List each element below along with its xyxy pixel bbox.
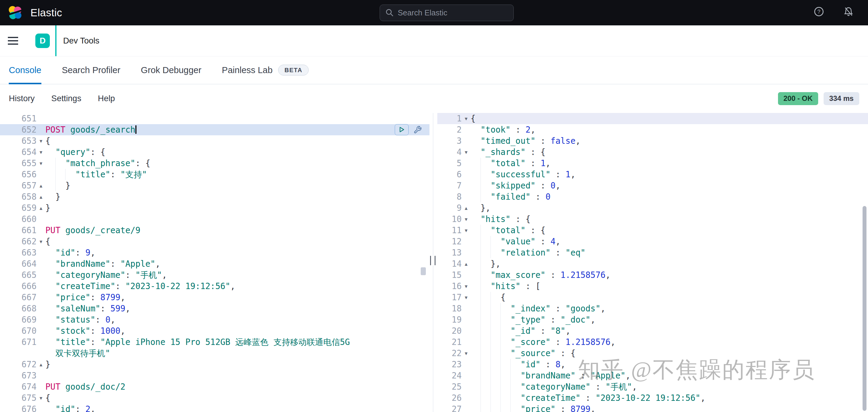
- code-line[interactable]: 668"saleNum": 599,: [0, 303, 430, 314]
- code-line[interactable]: 672▴}: [0, 359, 430, 370]
- code-line[interactable]: 676"id": 2,: [0, 404, 430, 412]
- code-line[interactable]: 14▴},: [437, 258, 868, 270]
- line-number: 18: [437, 303, 462, 314]
- code-line[interactable]: 12"value" : 4,: [437, 236, 868, 247]
- global-search-input[interactable]: Search Elastic: [380, 4, 514, 21]
- tab-search-profiler[interactable]: Search Profiler: [62, 57, 121, 84]
- code-line[interactable]: 26"createTime" : "2023-10-22 19:12:56",: [437, 392, 868, 404]
- menu-icon[interactable]: [8, 35, 19, 47]
- code-line[interactable]: 21"_score" : 1.2158576,: [437, 337, 868, 348]
- code-line[interactable]: 19"_type" : "_doc",: [437, 314, 868, 325]
- code-line[interactable]: 6"successful" : 1,: [437, 169, 868, 180]
- menu-history[interactable]: History: [9, 94, 35, 103]
- menu-settings[interactable]: Settings: [51, 94, 81, 103]
- code-line[interactable]: 665"categoryName": "手机",: [0, 270, 430, 281]
- fold-open-icon[interactable]: ▾: [462, 147, 470, 158]
- code-line[interactable]: 17▾{: [437, 292, 868, 303]
- code-line[interactable]: 3"timed_out" : false,: [437, 135, 868, 147]
- code-line[interactable]: 674PUT goods/_doc/2: [0, 381, 430, 392]
- code-line[interactable]: 669"status": 0,: [0, 314, 430, 325]
- fold-open-icon[interactable]: ▾: [462, 214, 470, 225]
- code-line[interactable]: 22▾"_source" : {: [437, 348, 868, 359]
- code-line[interactable]: 660: [0, 214, 430, 225]
- fold-open-icon[interactable]: ▾: [36, 147, 45, 158]
- code-line[interactable]: 653▾{: [0, 135, 430, 147]
- code-text: PUT goods/_doc/2: [45, 381, 430, 392]
- request-pane[interactable]: 651652POST goods/_search 653▾{654▾"query…: [0, 113, 430, 412]
- fold-open-icon[interactable]: ▾: [36, 236, 45, 247]
- code-line[interactable]: 27"price" : 8799,: [437, 404, 868, 412]
- code-line[interactable]: 9▴},: [437, 202, 868, 214]
- code-line[interactable]: 667"price": 8799,: [0, 292, 430, 303]
- fold-close-icon[interactable]: ▴: [36, 191, 45, 202]
- pane-divider[interactable]: [430, 113, 437, 412]
- code-line[interactable]: 657▴}: [0, 180, 430, 191]
- code-line[interactable]: 670"stock": 1000,: [0, 325, 430, 337]
- code-line[interactable]: 651: [0, 113, 430, 124]
- code-line[interactable]: 7"skipped" : 0,: [437, 180, 868, 191]
- fold-gutter: [36, 281, 45, 292]
- response-scrollbar-thumb[interactable]: [863, 206, 867, 411]
- response-pane[interactable]: 1▾{2"took" : 2,3"timed_out" : false,4▾"_…: [437, 113, 868, 412]
- code-line[interactable]: 675▾{: [0, 392, 430, 404]
- code-line[interactable]: 4▾"_shards" : {: [437, 147, 868, 158]
- breadcrumb[interactable]: Dev Tools: [63, 36, 99, 45]
- fold-open-icon[interactable]: ▾: [36, 135, 45, 147]
- request-scrollbar-thumb[interactable]: [421, 267, 426, 275]
- code-line[interactable]: 659▴}: [0, 202, 430, 214]
- tab-grok-debugger[interactable]: Grok Debugger: [141, 57, 201, 84]
- fold-close-icon[interactable]: ▴: [462, 258, 470, 270]
- code-line[interactable]: 20"_id" : "8",: [437, 325, 868, 337]
- code-line[interactable]: 18"_index" : "goods",: [437, 303, 868, 314]
- code-line[interactable]: 8"failed" : 0: [437, 191, 868, 202]
- code-line[interactable]: 2"took" : 2,: [437, 124, 868, 135]
- fold-gutter: [462, 314, 470, 325]
- code-line[interactable]: 13"relation" : "eq": [437, 247, 868, 258]
- code-line[interactable]: 656"title": "支持": [0, 169, 430, 180]
- code-line[interactable]: 666"createTime": "2023-10-22 19:12:56",: [0, 281, 430, 292]
- code-line[interactable]: 664"brandName": "Apple",: [0, 258, 430, 270]
- fold-open-icon[interactable]: ▾: [462, 292, 470, 303]
- tab-painless-lab[interactable]: Painless Lab BETA: [222, 57, 309, 84]
- fold-open-icon[interactable]: ▾: [462, 113, 470, 124]
- elastic-logo[interactable]: [8, 5, 23, 20]
- code-line[interactable]: 15"max_score" : 1.2158576,: [437, 270, 868, 281]
- fold-open-icon[interactable]: ▾: [462, 348, 470, 359]
- code-line[interactable]: 5"total" : 1,: [437, 158, 868, 169]
- code-line[interactable]: 661PUT goods/_create/9: [0, 225, 430, 236]
- alerts-icon[interactable]: [843, 6, 854, 19]
- code-line[interactable]: 652POST goods/_search: [0, 124, 430, 135]
- fold-open-icon[interactable]: ▾: [36, 392, 45, 404]
- code-line[interactable]: 11▾"total" : {: [437, 225, 868, 236]
- code-line[interactable]: 23"id" : 8,: [437, 359, 868, 370]
- fold-close-icon[interactable]: ▴: [36, 202, 45, 214]
- send-request-button[interactable]: [395, 124, 409, 135]
- code-line[interactable]: 658▴}: [0, 191, 430, 202]
- menu-help[interactable]: Help: [98, 94, 115, 103]
- request-options-button[interactable]: [413, 126, 422, 134]
- code-line[interactable]: 654▾"query": {: [0, 147, 430, 158]
- code-line[interactable]: 16▾"hits" : [: [437, 281, 868, 292]
- code-line[interactable]: 662▾{: [0, 236, 430, 247]
- code-line[interactable]: 25"categoryName" : "手机",: [437, 381, 868, 392]
- code-line[interactable]: 1▾{: [437, 113, 868, 124]
- code-line[interactable]: 671"title": "Apple iPhone 15 Pro 512GB 远…: [0, 337, 430, 348]
- fold-close-icon[interactable]: ▴: [462, 202, 470, 214]
- fold-close-icon[interactable]: ▴: [36, 359, 45, 370]
- tab-console[interactable]: Console: [9, 57, 41, 84]
- fold-close-icon[interactable]: ▴: [36, 180, 45, 191]
- fold-open-icon[interactable]: ▾: [36, 158, 45, 169]
- devtools-app-badge[interactable]: D: [35, 34, 50, 48]
- code-line[interactable]: 673: [0, 370, 430, 381]
- line-number: 2: [437, 124, 462, 135]
- fold-open-icon[interactable]: ▾: [462, 225, 470, 236]
- fold-open-icon[interactable]: ▾: [462, 281, 470, 292]
- code-line[interactable]: 663"id": 9,: [0, 247, 430, 258]
- code-line[interactable]: 双卡双待手机": [0, 348, 430, 359]
- code-line[interactable]: 24"brandName" : "Apple",: [437, 370, 868, 381]
- code-line[interactable]: 655▾"match_phrase": {: [0, 158, 430, 169]
- help-icon[interactable]: ?: [814, 6, 824, 19]
- drag-handle-icon[interactable]: [430, 256, 435, 265]
- code-line[interactable]: 10▾"hits" : {: [437, 214, 868, 225]
- code-text: POST goods/_search: [45, 124, 430, 135]
